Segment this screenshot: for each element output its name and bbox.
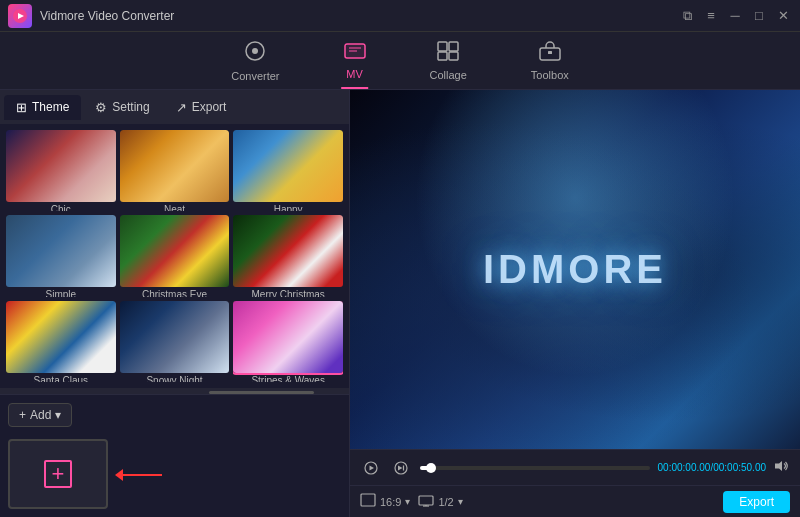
export-button[interactable]: Export (723, 491, 790, 513)
nav-bar: Converter MV Collage (0, 32, 800, 90)
left-panel: ⊞ Theme ⚙ Setting ↗ Export ChicNeatHappy… (0, 90, 350, 517)
svg-rect-11 (548, 51, 552, 54)
theme-label-happy: Happy (233, 202, 343, 211)
add-dropdown-icon: ▾ (55, 408, 61, 422)
theme-thumbnail-christmas-eve (120, 215, 230, 287)
theme-card-chic[interactable]: Chic (6, 130, 116, 211)
svg-rect-19 (419, 496, 433, 505)
app-logo (8, 4, 32, 28)
svg-rect-8 (438, 52, 447, 60)
add-icon: + (19, 408, 26, 422)
theme-card-santa-claus[interactable]: Santa Claus (6, 301, 116, 382)
add-label: Add (30, 408, 51, 422)
title-bar: Vidmore Video Converter ⧉ ≡ ─ □ ✕ (0, 0, 800, 32)
scroll-bar (209, 391, 314, 394)
tab-export[interactable]: ↗ Export (164, 95, 239, 120)
svg-rect-6 (438, 42, 447, 51)
add-button[interactable]: + Add ▾ (8, 403, 72, 427)
tab-export-label: Export (192, 100, 227, 114)
nav-item-mv[interactable]: MV (332, 38, 378, 84)
nav-item-collage[interactable]: Collage (418, 37, 479, 85)
theme-card-simple[interactable]: Simple (6, 215, 116, 296)
progress-bar[interactable] (420, 466, 650, 470)
theme-card-christmas-eve[interactable]: Christmas Eve (120, 215, 230, 296)
svg-rect-7 (449, 42, 458, 51)
play-button[interactable] (360, 459, 382, 477)
tab-setting[interactable]: ⚙ Setting (83, 95, 161, 120)
theme-tab-icon: ⊞ (16, 100, 27, 115)
window-maximize-button[interactable]: □ (750, 7, 768, 25)
theme-grid: ChicNeatHappySimpleChristmas EveMerry Ch… (0, 124, 349, 388)
collage-icon (437, 41, 459, 66)
theme-label-stripes-waves: Stripes & Waves (233, 373, 343, 382)
svg-rect-9 (449, 52, 458, 60)
svg-rect-18 (361, 494, 375, 506)
converter-icon (244, 40, 266, 67)
nav-label-toolbox: Toolbox (531, 69, 569, 81)
ratio-selector[interactable]: 16:9 ▾ (360, 493, 410, 510)
volume-icon[interactable] (774, 459, 790, 476)
window-menu-button[interactable]: ≡ (702, 7, 720, 25)
tab-theme[interactable]: ⊞ Theme (4, 95, 81, 120)
add-row: + Add ▾ (0, 394, 349, 433)
arrow-indicator (115, 469, 162, 481)
theme-label-christmas-eve: Christmas Eve (120, 287, 230, 296)
theme-thumbnail-snowy-night (120, 301, 230, 373)
preview-watermark-text: IDMORE (483, 247, 667, 292)
time-display: 00:00:00.00/00:00:50.00 (658, 462, 766, 473)
nav-item-toolbox[interactable]: Toolbox (519, 37, 581, 85)
theme-label-merry-christmas: Merry Christmas (233, 287, 343, 296)
svg-point-3 (252, 48, 258, 54)
nav-label-converter: Converter (231, 70, 279, 82)
controls-bar: 00:00:00.00/00:00:50.00 (350, 449, 800, 485)
ratio-chevron-icon: ▾ (405, 496, 410, 507)
nav-label-collage: Collage (430, 69, 467, 81)
screen-label: 1/2 (438, 496, 453, 508)
theme-card-happy[interactable]: Happy (233, 130, 343, 211)
theme-label-neat: Neat (120, 202, 230, 211)
theme-thumbnail-simple (6, 215, 116, 287)
preview-area: IDMORE (350, 90, 800, 449)
scroll-indicator (0, 388, 349, 394)
nav-label-mv: MV (346, 68, 363, 80)
screen-chevron-icon: ▾ (458, 496, 463, 507)
media-slot[interactable]: + (8, 439, 108, 509)
svg-marker-13 (370, 465, 375, 470)
window-settings-button[interactable]: ⧉ (678, 7, 696, 25)
app-title: Vidmore Video Converter (40, 9, 678, 23)
nav-item-converter[interactable]: Converter (219, 36, 291, 86)
tab-theme-label: Theme (32, 100, 69, 114)
tab-row: ⊞ Theme ⚙ Setting ↗ Export (0, 90, 349, 124)
theme-label-snowy-night: Snowy Night (120, 373, 230, 382)
time-current: 00:00:00.00 (658, 462, 711, 473)
theme-card-stripes-waves[interactable]: Stripes & Waves (233, 301, 343, 382)
theme-card-neat[interactable]: Neat (120, 130, 230, 211)
bottom-bar: 16:9 ▾ 1/2 ▾ Export (350, 485, 800, 517)
window-minimize-button[interactable]: ─ (726, 7, 744, 25)
theme-thumbnail-happy (233, 130, 343, 202)
theme-card-snowy-night[interactable]: Snowy Night (120, 301, 230, 382)
right-panel: IDMORE 00:00:00.00 (350, 90, 800, 517)
progress-dot (426, 463, 436, 473)
window-controls: ⧉ ≡ ─ □ ✕ (678, 7, 792, 25)
theme-card-merry-christmas[interactable]: Merry Christmas (233, 215, 343, 296)
theme-thumbnail-chic (6, 130, 116, 202)
svg-marker-15 (398, 465, 403, 470)
screen-selector[interactable]: 1/2 ▾ (418, 495, 462, 509)
media-add-icon: + (44, 460, 72, 488)
svg-marker-17 (775, 461, 782, 471)
main-content: ⊞ Theme ⚙ Setting ↗ Export ChicNeatHappy… (0, 90, 800, 517)
ratio-label: 16:9 (380, 496, 401, 508)
theme-thumbnail-stripes-waves (233, 301, 343, 373)
toolbox-icon (539, 41, 561, 66)
theme-label-chic: Chic (6, 202, 116, 211)
step-forward-button[interactable] (390, 459, 412, 477)
tab-setting-label: Setting (112, 100, 149, 114)
ratio-icon (360, 493, 376, 510)
window-close-button[interactable]: ✕ (774, 7, 792, 25)
screen-icon (418, 495, 434, 509)
export-tab-icon: ↗ (176, 100, 187, 115)
media-slot-row: + (0, 433, 349, 517)
theme-thumbnail-merry-christmas (233, 215, 343, 287)
theme-thumbnail-santa-claus (6, 301, 116, 373)
